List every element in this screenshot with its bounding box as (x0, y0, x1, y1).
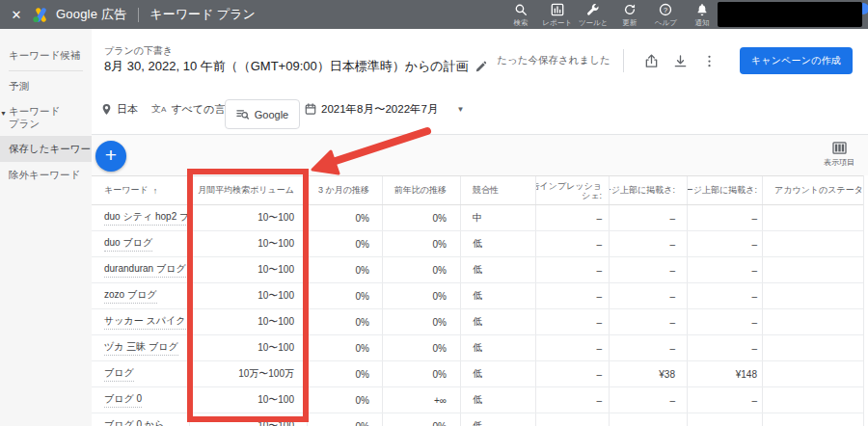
share-button[interactable] (637, 46, 666, 75)
trend-3mo-cell: 0% (307, 283, 382, 308)
trend-yoy-cell: 0% (382, 413, 460, 426)
table-row: zozo ブログ 10〜100 0% 0% 低 – – – (92, 283, 863, 309)
volume-cell: 10万〜100万 (189, 361, 307, 386)
table-row: duo ブログ 10〜100 0% 0% 低 – – – (92, 231, 863, 257)
col-header-top-of-page-bid-low[interactable]: ページ上部に掲載さ: (609, 176, 687, 204)
col-header-ad-impression-share[interactable]: 広告インプレッショ シェ: (535, 176, 609, 204)
columns-control[interactable]: 表示項目 (824, 142, 854, 168)
top-of-page-high-cell: – (687, 231, 762, 256)
sidebar-item-saved-keywords[interactable]: 保存したキーワード (0, 136, 92, 162)
download-button[interactable] (666, 46, 695, 75)
keyword-cell: サッカー スパイク ブログ ... (92, 309, 189, 334)
trend-yoy-cell: +∞ (382, 387, 460, 413)
keywords-table: キーワード ↑ 月間平均検索ボリューム 3 か月の推移 前年比の推移 競合性 広… (92, 175, 864, 426)
col-header-yoy-change[interactable]: 前年比の推移 (382, 176, 460, 204)
trend-3mo-cell: 0% (307, 413, 382, 426)
table-body: duo シティ hop2 ブログ 10〜100 0% 0% 中 – – – du… (92, 205, 863, 426)
sidebar-item-keyword-plan[interactable]: ▼ キーワード プラン (0, 99, 76, 136)
calendar-icon (305, 103, 316, 115)
top-of-page-high-cell: – (687, 387, 762, 413)
actions-divider (623, 49, 624, 72)
status-cell (762, 309, 863, 334)
col-header-avg-monthly-searches[interactable]: 月間平均検索ボリューム (189, 176, 307, 204)
reports-nav-button[interactable]: レポート (540, 3, 575, 28)
keyword-link[interactable]: duo ブログ (104, 236, 152, 252)
table-row: ブログ 10万〜100万 0% 0% 低 – ¥38 ¥148 (92, 361, 863, 387)
keyword-link[interactable]: サッカー スパイク ブログ ... (104, 314, 189, 330)
top-of-page-low-cell: – (609, 387, 687, 413)
keyword-link[interactable]: duo シティ hop2 ブログ (104, 210, 189, 226)
col-header-top-of-page-bid-high[interactable]: ページ上部に掲載さ: (687, 176, 762, 204)
keyword-link[interactable]: duranduran ブログ (104, 262, 186, 278)
top-of-page-low-cell: – (609, 283, 687, 308)
col-header-keyword[interactable]: キーワード ↑ (92, 176, 189, 204)
trend-3mo-cell: 0% (307, 205, 382, 230)
tools-nav-button[interactable]: ツールと (576, 3, 610, 28)
more-options-button[interactable] (695, 46, 724, 75)
network-selector[interactable]: Google (225, 99, 300, 129)
sidebar-item-keyword-ideas[interactable]: キーワード候補 (0, 42, 92, 68)
status-cell (762, 257, 863, 282)
trend-3mo-cell: 0% (307, 361, 382, 386)
search-nav-button[interactable]: 検索 (503, 3, 538, 28)
date-range-selector[interactable]: 2021年8月〜2022年7月 ▼ (305, 96, 464, 121)
col-header-3month-change[interactable]: 3 か月の推移 (307, 176, 382, 204)
status-cell (762, 413, 863, 426)
brand-title: Google 広告 (56, 6, 126, 23)
volume-cell: 10〜100 (189, 231, 307, 256)
keyword-link[interactable]: ブログ 0 から (104, 418, 164, 426)
keyword-link[interactable]: ヅカ 三昧 ブログ (104, 340, 178, 356)
search-icon (514, 3, 528, 16)
add-keywords-button[interactable]: + (95, 141, 126, 172)
keyword-link[interactable]: zozo ブログ (104, 288, 157, 304)
help-nav-button[interactable]: ? ヘルプ (648, 3, 683, 28)
col-header-account-status[interactable]: アカウントのステータス (762, 176, 863, 204)
top-app-bar: ✕ Google 広告 キーワード プラン 検索 レポート ツールと 更新 ? … (0, 0, 868, 29)
table-header-row: キーワード ↑ 月間平均検索ボリューム 3 か月の推移 前年比の推移 競合性 広… (92, 175, 863, 205)
table-row: duo シティ hop2 ブログ 10〜100 0% 0% 中 – – – (92, 205, 863, 231)
sidebar-item-negative-keywords[interactable]: 除外キーワード (0, 162, 92, 188)
keyword-cell: duranduran ブログ (92, 257, 189, 282)
volume-cell: 10〜100 (189, 413, 307, 426)
status-cell (762, 231, 863, 256)
top-of-page-low-cell: – (609, 231, 687, 256)
download-icon (673, 54, 688, 68)
keyword-cell: ブログ 0 (92, 387, 189, 413)
refresh-nav-button[interactable]: 更新 (612, 3, 647, 28)
kebab-menu-icon (702, 54, 717, 68)
chevron-down-icon: ▼ (456, 105, 464, 114)
sort-asc-icon: ↑ (153, 186, 158, 196)
top-of-page-high-cell: ¥148 (687, 361, 762, 386)
trend-yoy-cell: 0% (382, 205, 460, 230)
location-filter[interactable]: 日本 (101, 96, 138, 121)
columns-icon (832, 142, 847, 154)
keyword-cell: ブログ 0 から (92, 413, 189, 426)
competition-cell: 低 (460, 413, 535, 426)
status-cell (762, 387, 863, 413)
share-icon (644, 54, 659, 68)
competition-cell: 低 (460, 387, 535, 413)
keyword-link[interactable]: ブログ (104, 366, 134, 382)
top-of-page-low-cell: – (609, 335, 687, 360)
wrench-icon (586, 3, 600, 16)
volume-cell: 10〜100 (189, 205, 307, 230)
close-icon[interactable]: ✕ (0, 8, 33, 22)
search-network-icon (236, 108, 249, 120)
language-filter[interactable]: 文A すべての言語 (151, 96, 235, 121)
top-of-page-low-cell: – (609, 257, 687, 282)
status-cell (762, 283, 863, 308)
trend-yoy-cell: 0% (382, 309, 460, 334)
plan-title: 8月 30, 2022, 10 午前（（GMT+09:00）日本標準時）からの計… (104, 58, 469, 75)
keyword-cell: duo シティ hop2 ブログ (92, 205, 189, 230)
trend-yoy-cell: 0% (382, 231, 460, 256)
sidebar-item-forecast[interactable]: 予測 (0, 73, 92, 99)
impression-share-cell: – (535, 283, 609, 308)
notifications-nav-button[interactable]: 通知 (685, 3, 719, 28)
edit-pencil-icon[interactable] (475, 61, 487, 72)
trend-yoy-cell: 0% (382, 283, 460, 308)
top-of-page-low-cell: – (609, 205, 687, 230)
bell-icon (695, 3, 709, 16)
col-header-competition[interactable]: 競合性 (460, 176, 535, 204)
keyword-link[interactable]: ブログ 0 (104, 392, 142, 408)
create-campaign-button[interactable]: キャンペーンの作成 (740, 47, 853, 74)
